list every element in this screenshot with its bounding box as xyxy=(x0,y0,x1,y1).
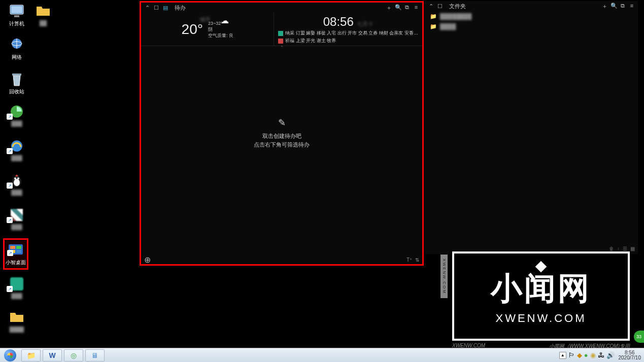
svg-rect-5 xyxy=(12,74,21,76)
desktop-icon-recyclebin[interactable]: 回收站 xyxy=(4,71,29,95)
taskbar-item-browser[interactable]: ◎ xyxy=(64,349,83,361)
watermark-subtitle: XWENW.COM xyxy=(496,312,587,325)
text-tool-icon[interactable]: T⁺ xyxy=(406,257,412,263)
floating-badge[interactable]: 33 xyxy=(634,331,644,343)
desktop-icon-xiaozhidesktop[interactable]: ↗ 小智桌面 xyxy=(3,238,28,270)
taskbar-item-word[interactable]: W xyxy=(43,349,62,361)
icon-label: ███ xyxy=(4,224,29,230)
folder-widget-header: ⌃ ☐ 文件夹 ＋ 🔍 ⧉ ≡ xyxy=(425,1,638,11)
svg-point-11 xyxy=(17,177,19,179)
tray-icon-network[interactable]: 🖧 xyxy=(598,351,604,359)
word-icon: W xyxy=(49,351,55,359)
folder-item[interactable]: 📁 ████████ xyxy=(425,11,638,21)
shortcut-arrow-icon: ↗ xyxy=(7,286,13,292)
shortcut-arrow-icon: ↗ xyxy=(7,250,13,256)
weather-block[interactable]: 城市 ☁ 20° 23~32° 阴 空气质量: 良 xyxy=(141,13,274,46)
search-icon[interactable]: 🔍 xyxy=(611,3,617,10)
cloud-icon: ☁ xyxy=(221,16,229,25)
desktop-icon-folder[interactable]: ██ xyxy=(30,3,56,26)
search-icon[interactable]: 🔍 xyxy=(395,4,401,12)
empty-line2: 点击右下角可筛选待办 xyxy=(254,141,310,149)
desktop-icon-app1[interactable]: ↗ ███ xyxy=(4,172,29,195)
icon-label: ███ xyxy=(4,155,29,161)
folder-icon xyxy=(35,3,51,19)
add-icon[interactable]: ＋ xyxy=(386,4,392,12)
desktop-icon-app2[interactable]: ↗ ███ xyxy=(4,207,29,230)
tray-time: 8:56 xyxy=(619,350,641,355)
clock-date: 七月十 xyxy=(357,20,374,28)
menu-icon[interactable]: ≡ xyxy=(629,3,635,10)
collapse-arrow-icon[interactable]: ⌃ xyxy=(141,45,422,50)
filter-icon[interactable]: ⇅ xyxy=(415,257,419,263)
icon-label: ███ xyxy=(4,293,29,299)
svg-rect-1 xyxy=(11,6,22,13)
weather-aqi: 空气质量: 良 xyxy=(208,32,233,39)
shortcut-arrow-icon: ↗ xyxy=(7,114,13,120)
pin-icon[interactable]: ☐ xyxy=(437,3,443,10)
desktop-icon-ie[interactable]: ↗ ███ xyxy=(4,138,29,161)
add-icon[interactable]: ＋ xyxy=(601,3,607,10)
network-icon xyxy=(9,37,25,53)
tray-icon-app3[interactable]: ◉ xyxy=(590,351,596,359)
icon-label: 小智桌面 xyxy=(5,259,27,266)
icon-label: 网络 xyxy=(4,54,29,61)
folder-icon: 📁 xyxy=(430,23,437,30)
watermark-title: 小闻网 xyxy=(491,267,591,310)
desktop-icon-browser1[interactable]: ↗ ███ xyxy=(4,103,29,126)
browser-icon: ◎ xyxy=(71,351,77,359)
desktop-icon-app3[interactable]: ↗ ███ xyxy=(4,276,29,299)
icon-label: 回收站 xyxy=(4,88,29,95)
folder-widget-title: 文件夹 xyxy=(449,3,466,10)
svg-rect-16 xyxy=(16,250,21,253)
folder-icon xyxy=(9,309,25,325)
tray-icon-app1[interactable]: ◆ xyxy=(577,351,582,359)
tray-expand-icon[interactable]: ▲ xyxy=(559,352,566,359)
tray-icon-volume[interactable]: 🔊 xyxy=(606,351,615,359)
news-row-2[interactable]: 祈福 上梁 开光 谢土 牧养 xyxy=(278,38,418,44)
badge-count: 33 xyxy=(636,334,641,339)
trash-icon xyxy=(9,71,25,87)
layer-icon[interactable]: ⧉ xyxy=(404,4,410,12)
folder-item[interactable]: 📁 ████ xyxy=(425,21,638,31)
tray-icon-flag[interactable]: 🏳 xyxy=(568,351,575,359)
shortcut-arrow-icon: ↗ xyxy=(7,148,13,154)
tray-icon-app2[interactable]: ● xyxy=(584,351,588,359)
weather-city: 城市 xyxy=(199,16,211,23)
taskbar-item-xiaozhidesk[interactable]: 🖥 xyxy=(85,349,105,361)
folder-item-name: ████ xyxy=(440,23,456,29)
tray-date: 2020/7/10 xyxy=(619,355,641,360)
desktop-icon-computer[interactable]: 计算机 xyxy=(4,3,29,27)
clock-time: 08:56 xyxy=(323,15,354,29)
todo-widget-header: ⌃ ☐ ▤ 待办 ＋ 🔍 ⧉ ≡ xyxy=(141,3,422,13)
desktop-icon-folder2[interactable]: ████ xyxy=(4,309,29,332)
folder-icon: 📁 xyxy=(430,13,437,20)
svg-rect-14 xyxy=(16,246,21,249)
taskbar: 📁 W ◎ 🖥 ▲ 🏳 ◆ ● ◉ 🖧 🔊 8:56 2020/7/10 xyxy=(0,348,644,362)
weather-temp: 20° xyxy=(182,21,203,38)
layer-icon[interactable]: ⧉ xyxy=(620,3,626,10)
pin-icon[interactable]: ☐ xyxy=(153,5,159,11)
system-tray: ▲ 🏳 ◆ ● ◉ 🖧 🔊 8:56 2020/7/10 xyxy=(559,348,644,362)
desktop-icon-network[interactable]: 网络 xyxy=(4,37,29,61)
icon-label: ████ xyxy=(4,327,29,332)
collapse-icon[interactable]: ⌃ xyxy=(428,3,434,10)
icon-label: 计算机 xyxy=(4,20,29,27)
monitor-icon: 🖥 xyxy=(91,351,98,359)
grid-view-icon[interactable]: ▦ xyxy=(630,246,635,254)
todo-empty-state[interactable]: ✎ 双击创建待办吧 点击右下角可筛选待办 xyxy=(254,117,310,150)
news-row-1[interactable]: 纳采 订盟 嫁娶 移徙 入宅 出行 开市 交易 立券 纳财 会亲友 安香… xyxy=(278,30,418,37)
todo-widget-footer: ⊕ T⁺ ⇅ xyxy=(141,255,422,264)
svg-point-9 xyxy=(14,179,20,186)
collapse-icon[interactable]: ⌃ xyxy=(144,5,150,11)
icon-label: ███ xyxy=(4,121,29,126)
menu-icon[interactable]: ≡ xyxy=(413,4,419,12)
start-button[interactable] xyxy=(0,348,20,363)
add-todo-button[interactable]: ⊕ xyxy=(144,255,151,265)
almanac-bad-icon xyxy=(278,39,283,44)
todo-widget: ⌃ ☐ ▤ 待办 ＋ 🔍 ⧉ ≡ 城市 ☁ 20° 23~32° 阴 空气质量:… xyxy=(140,1,424,266)
tray-clock[interactable]: 8:56 2020/7/10 xyxy=(619,350,641,360)
taskbar-item-explorer[interactable]: 📁 xyxy=(21,349,41,361)
shortcut-arrow-icon: ↗ xyxy=(7,217,13,223)
explorer-icon: 📁 xyxy=(27,351,36,359)
folder-widget: ⌃ ☐ 文件夹 ＋ 🔍 ⧉ ≡ 📁 ████████ 📁 ████ 🗑 ↕ ☰ … xyxy=(425,1,638,254)
